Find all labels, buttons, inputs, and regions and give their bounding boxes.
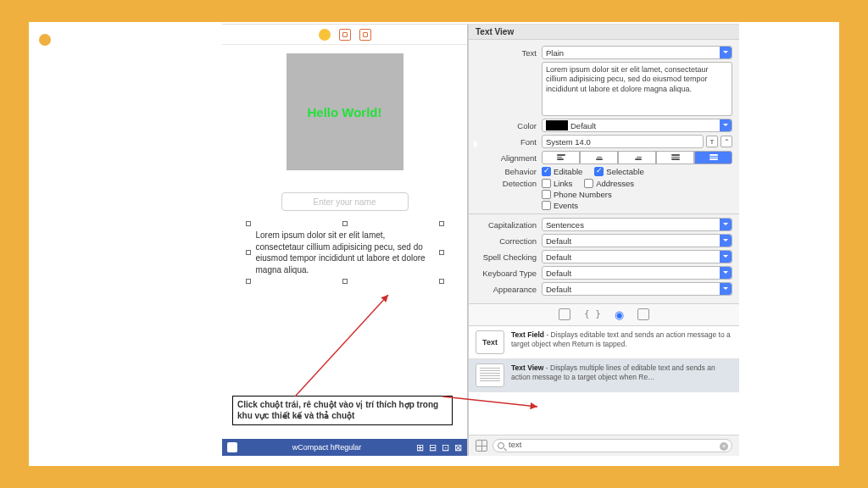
text-label: Text [476, 48, 537, 58]
selectable-checkbox[interactable] [594, 167, 604, 176]
library-item-textfield[interactable]: Text Text Field - Displays editable text… [469, 326, 739, 359]
library-tabs: { } ◉ [469, 303, 739, 326]
grid-view-icon[interactable] [476, 440, 487, 452]
assistant-editor-icon[interactable] [339, 29, 351, 41]
color-select[interactable]: Default [542, 119, 732, 132]
library-search-input[interactable]: text × [492, 439, 732, 452]
links-checkbox[interactable] [542, 179, 551, 188]
text-mode-select[interactable]: Plain [542, 46, 732, 59]
font-field[interactable]: System 14.0 [542, 135, 704, 148]
resize-handle[interactable] [342, 221, 348, 226]
phone-checkbox[interactable] [542, 190, 551, 199]
text-content-textarea[interactable]: Lorem ipsum dolor sit er elit lamet, con… [542, 62, 732, 116]
resize-handle[interactable] [439, 221, 444, 226]
textfield-thumb-icon: Text [476, 330, 504, 354]
keyboard-type-label: Keyboard Type [476, 269, 537, 278]
color-label: Color [476, 121, 537, 130]
editable-checkbox[interactable] [542, 167, 551, 176]
appearance-select[interactable]: Default [542, 282, 732, 296]
align-right-button[interactable] [618, 151, 656, 164]
panel-toggle-icon[interactable] [227, 442, 237, 452]
textfield-view[interactable]: Enter your name [281, 192, 409, 211]
brand-logo: R2S Resource Software Solution [44, 39, 128, 76]
detection-label: Detection [476, 179, 537, 188]
status-dot-icon [319, 29, 331, 41]
appearance-label: Appearance [476, 285, 537, 294]
font-picker-icon[interactable]: T [706, 136, 718, 147]
object-library-tab-icon[interactable]: ◉ [615, 308, 624, 321]
resolve-tool-icon[interactable]: ⊡ [442, 442, 449, 453]
canvas-bottom-bar: wCompact hRegular ⊞ ⊟ ⊡ ⊠ [222, 439, 467, 456]
pin-tool-icon[interactable]: ⊟ [429, 442, 437, 453]
library-item-textview[interactable]: Text View - Displays multiple lines of e… [469, 359, 739, 392]
events-checkbox[interactable] [542, 201, 551, 210]
capitalization-label: Capitalization [476, 220, 537, 230]
resize-handle[interactable] [342, 279, 348, 284]
align-center-button[interactable] [580, 151, 618, 164]
align-tool-icon[interactable]: ⊞ [416, 442, 424, 453]
version-editor-icon[interactable] [359, 29, 371, 41]
canvas-toolbar [222, 25, 467, 45]
library-search-row: text × [469, 435, 739, 456]
xcode-window: Hello World! Enter your name Lorem ipsum… [222, 24, 739, 456]
behavior-label: Behavior [476, 167, 537, 176]
alignment-label: Alignment [476, 153, 537, 163]
color-swatch-icon [546, 120, 568, 130]
textview-thumb-icon [476, 363, 504, 387]
textview-content: Lorem ipsum dolor sit er elit lamet, con… [256, 230, 426, 274]
code-snippet-tab-icon[interactable]: { } [584, 308, 601, 321]
canvas-panel: Hello World! Enter your name Lorem ipsum… [222, 25, 468, 456]
correction-label: Correction [476, 236, 537, 246]
resize-handle[interactable] [246, 250, 251, 255]
correction-select[interactable]: Default [542, 234, 732, 247]
inspector-panel: Text View Text Plain Lorem ipsum dolor s… [468, 25, 739, 456]
align-left-button[interactable] [542, 151, 580, 164]
resize-handle[interactable] [246, 279, 251, 284]
media-library-tab-icon[interactable] [637, 308, 649, 320]
inspector-section-header: Text View [469, 25, 739, 40]
resize-tool-icon[interactable]: ⊠ [454, 442, 462, 453]
resize-handle[interactable] [246, 221, 251, 226]
keyboard-type-select[interactable]: Default [542, 266, 732, 280]
file-template-tab-icon[interactable] [559, 308, 570, 320]
size-class-label[interactable]: wCompact hRegular [244, 443, 409, 452]
instruction-note: Click chuột trái, rê chuột vào vị trí th… [232, 396, 453, 425]
font-label: Font [476, 137, 537, 147]
resize-handle[interactable] [439, 250, 444, 255]
textview-view[interactable]: Lorem ipsum dolor sit er elit lamet, con… [256, 230, 434, 275]
search-icon [498, 442, 504, 449]
label-view[interactable]: Hello World! [287, 53, 403, 170]
spellcheck-select[interactable]: Default [542, 250, 732, 263]
design-surface[interactable]: Hello World! Enter your name Lorem ipsum… [222, 45, 467, 439]
spellcheck-label: Spell Checking [476, 252, 537, 262]
capitalization-select[interactable]: Sentences [542, 218, 732, 231]
resize-handle[interactable] [439, 279, 444, 284]
alignment-segmented[interactable] [542, 151, 732, 164]
clear-search-icon[interactable]: × [720, 442, 728, 451]
align-justify-button[interactable] [656, 151, 694, 164]
align-natural-button[interactable] [694, 151, 732, 164]
font-stepper-icon[interactable]: ⌃ [721, 136, 732, 147]
addresses-checkbox[interactable] [584, 179, 593, 188]
